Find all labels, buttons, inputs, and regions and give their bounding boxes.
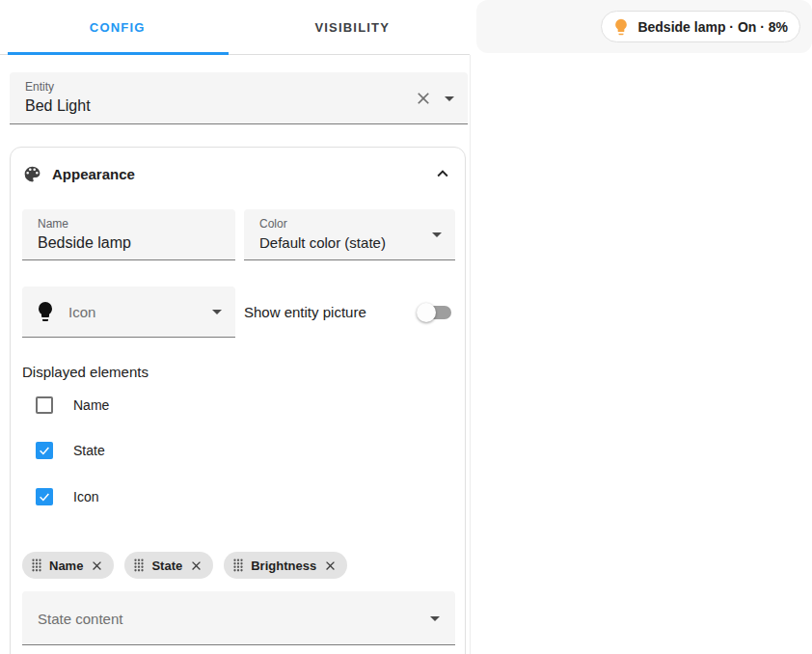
- state-content-placeholder: State content: [38, 611, 122, 627]
- icon-dropdown-button[interactable]: [212, 310, 222, 314]
- preview-pane: Bedside lamp · On · 8%: [476, 0, 812, 53]
- drag-handle-icon[interactable]: [31, 559, 42, 572]
- chip-label: Name: [49, 559, 83, 573]
- checkbox-checked[interactable]: [36, 442, 53, 459]
- chevron-up-icon[interactable]: [432, 163, 453, 184]
- color-select-value: Default color (state): [259, 234, 386, 251]
- name-field-label: Name: [38, 217, 68, 231]
- checkbox-row-state[interactable]: State: [36, 442, 105, 459]
- tab-visibility[interactable]: VISIBILITY: [235, 0, 471, 55]
- close-icon: [414, 89, 433, 108]
- show-entity-picture-toggle[interactable]: [419, 303, 451, 322]
- state-content-chip-list: Name State Brightness: [22, 552, 347, 579]
- active-tab-indicator: [8, 52, 229, 55]
- show-entity-picture-row: Show entity picture: [244, 286, 455, 338]
- entity-picker-value: Bed Light: [25, 97, 91, 115]
- close-icon[interactable]: [323, 559, 338, 573]
- icon-picker[interactable]: Icon: [22, 286, 235, 338]
- entity-dropdown-button[interactable]: [445, 96, 454, 101]
- displayed-elements-title: Displayed elements: [22, 364, 149, 380]
- drag-handle-icon[interactable]: [133, 559, 145, 572]
- close-icon[interactable]: [90, 559, 104, 573]
- appearance-header[interactable]: Appearance: [22, 159, 453, 188]
- checkbox-label: State: [73, 443, 105, 458]
- state-content-select[interactable]: State content: [22, 591, 455, 645]
- color-select-label: Color: [259, 217, 287, 231]
- chip-label: Brightness: [251, 559, 316, 573]
- name-field-value: Bedside lamp: [38, 234, 131, 252]
- entity-badge-label: Bedside lamp · On · 8%: [637, 19, 788, 35]
- appearance-title: Appearance: [52, 166, 422, 182]
- entity-badge[interactable]: Bedside lamp · On · 8%: [601, 11, 800, 42]
- name-field[interactable]: Name Bedside lamp: [22, 209, 235, 260]
- color-dropdown-button[interactable]: [432, 232, 442, 237]
- chip-name[interactable]: Name: [22, 552, 114, 579]
- column-divider: [470, 55, 471, 654]
- checkbox-row-name[interactable]: Name: [36, 396, 109, 414]
- icon-picker-placeholder: Icon: [68, 304, 95, 320]
- chip-brightness[interactable]: Brightness: [224, 552, 347, 579]
- chevron-down-icon: [445, 96, 454, 101]
- checkbox-label: Name: [73, 397, 109, 413]
- tab-bar: CONFIG VISIBILITY: [0, 0, 470, 55]
- appearance-panel: Appearance Name Bedside lamp Color Defau…: [10, 147, 466, 654]
- lightbulb-icon: [611, 17, 631, 37]
- show-entity-picture-label: Show entity picture: [244, 304, 366, 320]
- chip-label: State: [151, 559, 182, 573]
- drag-handle-icon[interactable]: [232, 559, 244, 572]
- tab-config[interactable]: CONFIG: [0, 0, 235, 55]
- checkbox-checked[interactable]: [36, 488, 53, 505]
- color-select[interactable]: Color Default color (state): [244, 209, 455, 260]
- close-icon[interactable]: [189, 559, 203, 573]
- checkbox-unchecked[interactable]: [36, 396, 53, 414]
- entity-picker-label: Entity: [25, 80, 54, 94]
- lightbulb-icon: [34, 300, 57, 323]
- chevron-down-icon: [432, 232, 442, 237]
- state-content-dropdown-button[interactable]: [430, 616, 440, 621]
- check-icon: [38, 444, 51, 457]
- entity-clear-button[interactable]: [414, 89, 433, 108]
- check-icon: [38, 490, 51, 504]
- chip-state[interactable]: State: [124, 552, 213, 579]
- checkbox-label: Icon: [73, 489, 98, 504]
- entity-picker[interactable]: Entity Bed Light: [10, 72, 468, 124]
- chevron-down-icon: [212, 310, 222, 314]
- chevron-down-icon: [430, 616, 440, 621]
- checkbox-row-icon[interactable]: Icon: [36, 488, 98, 505]
- toggle-thumb: [417, 303, 436, 322]
- palette-icon: [22, 164, 42, 184]
